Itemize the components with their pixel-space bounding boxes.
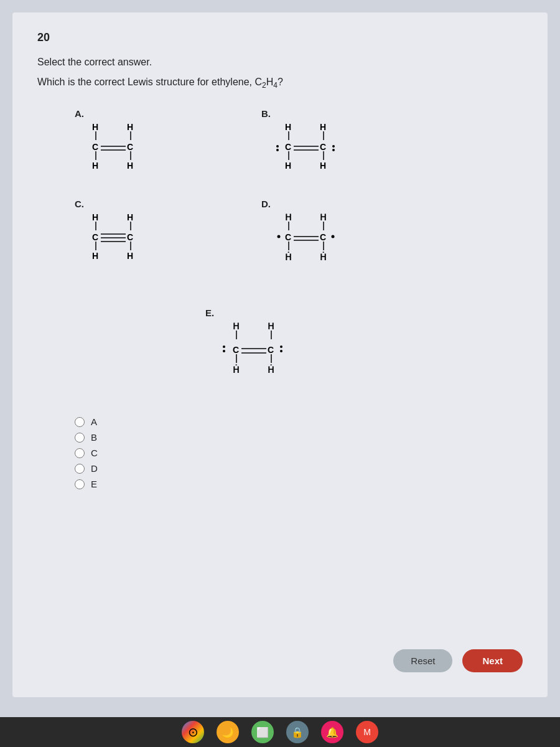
svg-point-57 — [223, 345, 225, 348]
svg-text:C: C — [285, 142, 291, 152]
svg-text:H: H — [127, 213, 133, 222]
radio-option-B[interactable]: B — [75, 432, 523, 443]
svg-point-14 — [276, 145, 279, 148]
svg-text:C: C — [92, 232, 98, 242]
page-container: 20 Select the correct answer. Which is t… — [12, 12, 548, 697]
structures-grid: A. H C H C H H — [75, 108, 436, 289]
svg-text:C: C — [320, 232, 326, 242]
radio-input-E[interactable] — [75, 479, 85, 489]
svg-text:C: C — [233, 345, 239, 355]
svg-text:Ḣ: Ḣ — [233, 364, 240, 375]
svg-text:H: H — [127, 251, 133, 261]
svg-text:C: C — [285, 232, 291, 242]
svg-point-43 — [278, 235, 281, 238]
svg-point-50 — [332, 235, 335, 238]
svg-text:H: H — [92, 123, 98, 132]
svg-point-23 — [332, 149, 335, 151]
play-icon[interactable]: 🔔 — [321, 721, 343, 743]
question-number: 20 — [37, 31, 523, 44]
svg-text:H: H — [92, 213, 98, 222]
structure-D-svg: Ḣ C Ḣ C Ḣ Ḣ — [261, 213, 355, 281]
structure-A-svg: H C H C H H — [75, 123, 156, 191]
radio-input-C[interactable] — [75, 448, 85, 458]
svg-point-66 — [280, 350, 282, 352]
svg-text:Ḣ: Ḣ — [320, 251, 327, 262]
svg-text:C: C — [92, 142, 98, 152]
structure-B: B. H C H C — [261, 108, 436, 192]
radio-input-D[interactable] — [75, 464, 85, 474]
radio-label-D: D — [91, 463, 98, 474]
svg-text:H: H — [127, 123, 133, 132]
radio-input-A[interactable] — [75, 417, 85, 427]
svg-text:C: C — [320, 142, 326, 152]
svg-text:Ḣ: Ḣ — [233, 322, 240, 331]
svg-text:Ḣ: Ḣ — [320, 213, 327, 222]
svg-point-22 — [332, 145, 335, 148]
gmail-icon[interactable]: M — [356, 721, 378, 743]
structure-D-label: D. — [261, 199, 271, 209]
svg-text:C: C — [127, 142, 133, 152]
svg-point-65 — [280, 345, 282, 348]
structure-D: D. Ḣ C Ḣ C Ḣ — [261, 199, 436, 283]
svg-point-15 — [276, 149, 279, 151]
svg-text:H: H — [320, 161, 326, 171]
radio-label-A: A — [91, 416, 97, 427]
radio-option-A[interactable]: A — [75, 416, 523, 427]
svg-text:C: C — [268, 345, 274, 355]
svg-text:Ḣ: Ḣ — [268, 322, 274, 331]
svg-point-58 — [223, 350, 225, 352]
radio-label-E: E — [91, 479, 97, 489]
structure-A-label: A. — [75, 108, 84, 119]
radio-option-D[interactable]: D — [75, 463, 523, 474]
radio-options: A B C D E — [75, 416, 523, 489]
radio-label-B: B — [91, 432, 97, 443]
settings-icon[interactable]: 🔒 — [286, 721, 309, 743]
structure-B-svg: H C H C H — [261, 123, 355, 191]
svg-text:H: H — [92, 161, 98, 171]
photos-icon[interactable]: ⬜ — [251, 721, 274, 743]
radio-option-E[interactable]: E — [75, 479, 523, 489]
structure-B-label: B. — [261, 108, 271, 119]
svg-text:H: H — [127, 161, 133, 171]
svg-text:H: H — [320, 123, 326, 132]
structure-A: A. H C H C H H — [75, 108, 249, 192]
svg-text:Ḣ: Ḣ — [268, 364, 274, 375]
structure-C-svg: H C H C H H — [75, 213, 156, 281]
bottom-buttons: Reset Next — [393, 649, 523, 672]
files-icon[interactable]: 🌙 — [217, 721, 239, 743]
question-text: Which is the correct Lewis structure for… — [37, 77, 523, 90]
structure-E-svg: Ḣ C Ḣ C Ḣ — [205, 322, 305, 397]
radio-label-C: C — [91, 448, 98, 458]
svg-text:Ḣ: Ḣ — [285, 213, 292, 222]
structure-C: C. H C H C H H — [75, 199, 249, 283]
reset-button[interactable]: Reset — [393, 649, 452, 672]
next-button[interactable]: Next — [462, 649, 523, 672]
radio-input-B[interactable] — [75, 433, 85, 443]
svg-text:H: H — [92, 251, 98, 261]
svg-text:C: C — [127, 232, 133, 242]
radio-option-C[interactable]: C — [75, 448, 523, 458]
taskbar: ⊙ 🌙 ⬜ 🔒 🔔 M — [0, 717, 560, 747]
structure-E-label: E. — [205, 308, 214, 318]
instruction-text: Select the correct answer. — [37, 57, 523, 68]
structure-E-container: E. Ḣ C Ḣ C — [75, 308, 436, 398]
structure-C-label: C. — [75, 199, 84, 209]
structure-E: E. Ḣ C Ḣ C — [205, 308, 305, 398]
svg-text:H: H — [285, 123, 291, 132]
svg-text:Ḣ: Ḣ — [285, 251, 292, 262]
chrome-icon[interactable]: ⊙ — [182, 721, 204, 743]
svg-text:H: H — [285, 161, 291, 171]
